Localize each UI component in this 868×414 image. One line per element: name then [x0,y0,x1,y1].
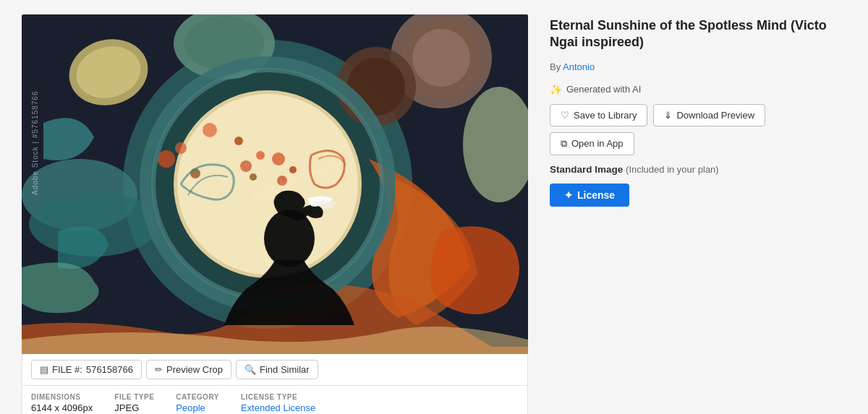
svg-point-18 [234,137,243,145]
file-icon: ▤ [40,364,48,375]
image-section: Adobe Stock | #576158766 Adobe Stock ▤ F… [22,14,528,414]
standard-image-row: Standard Image (Included in your plan) [550,164,846,175]
preview-crop-btn[interactable]: ✏ Preview Crop [146,360,231,379]
license-type-group: LICENSE TYPE Extended License [241,393,315,413]
standard-image-text: Standard Image [550,164,623,175]
open-in-app-btn[interactable]: ⧉ Open in App [550,132,634,155]
ai-badge: ✨ Generated with AI [550,84,846,95]
category-label: CATEGORY [176,393,219,401]
license-label: License [577,189,615,201]
file-id-btn[interactable]: ▤ FILE #: 576158766 [31,360,142,379]
preview-crop-label: Preview Crop [166,364,223,375]
find-similar-label: Find Similar [260,364,310,375]
main-image: Adobe Stock | #576158766 Adobe Stock [22,14,528,354]
crop-icon: ✏ [155,364,163,375]
category-group: CATEGORY People [176,393,219,413]
file-type-label: FILE TYPE [114,393,154,401]
asset-author: By Antonio [550,61,846,72]
category-value[interactable]: People [176,402,219,413]
svg-point-25 [256,151,265,160]
action-buttons: ♡ Save to Library ⇓ Download Preview ⧉ O… [550,104,846,155]
file-type-group: FILE TYPE JPEG [114,393,154,413]
svg-point-15 [158,150,175,168]
dimensions-value: 6144 x 4096px [31,402,93,413]
ai-badge-text: Generated with AI [566,84,641,95]
svg-point-26 [272,152,285,165]
page-container: Adobe Stock | #576158766 Adobe Stock ▤ F… [0,0,868,414]
svg-point-17 [203,123,217,137]
asset-title: Eternal Sunshine of the Spotless Mind (V… [550,17,846,51]
dimensions-label: DIMENSIONS [31,393,93,401]
license-type-label: LICENSE TYPE [241,393,315,401]
find-similar-btn[interactable]: 🔍 Find Similar [236,360,318,379]
save-to-library-btn[interactable]: ♡ Save to Library [550,104,647,126]
ai-icon: ✨ [550,84,562,95]
author-prefix: By [550,61,561,72]
download-preview-btn[interactable]: ⇓ Download Preview [653,104,765,126]
file-label: FILE #: [52,364,82,375]
main-image-wrapper: Adobe Stock | #576158766 Adobe Stock [22,14,528,354]
open-app-icon: ⧉ [561,138,567,150]
search-icon: 🔍 [244,364,256,375]
detail-section: Eternal Sunshine of the Spotless Mind (V… [550,14,846,414]
download-icon: ⇓ [664,110,672,121]
license-type-value[interactable]: Extended License [241,402,315,413]
license-icon: ✦ [564,189,573,201]
svg-point-24 [240,160,252,172]
download-label: Download Preview [676,110,754,121]
included-text-value: (Included in your plan) [626,164,719,175]
dimensions-group: DIMENSIONS 6144 x 4096px [31,393,93,413]
open-app-label: Open in App [571,138,624,149]
heart-icon: ♡ [561,110,569,121]
save-label: Save to Library [574,110,637,121]
file-id-value: 576158766 [86,364,133,375]
svg-text:Adobe Stock | #576158766: Adobe Stock | #576158766 [31,91,39,195]
svg-point-16 [175,142,187,154]
author-link[interactable]: Antonio [563,61,595,72]
file-type-value: JPEG [114,402,154,413]
license-btn[interactable]: ✦ License [550,184,629,207]
svg-point-30 [264,210,315,267]
image-toolbar: ▤ FILE #: 576158766 ✏ Preview Crop 🔍 Fin… [22,354,528,386]
metadata-section: DIMENSIONS 6144 x 4096px FILE TYPE JPEG … [22,386,528,414]
svg-point-29 [250,173,257,181]
svg-point-11 [412,29,470,87]
